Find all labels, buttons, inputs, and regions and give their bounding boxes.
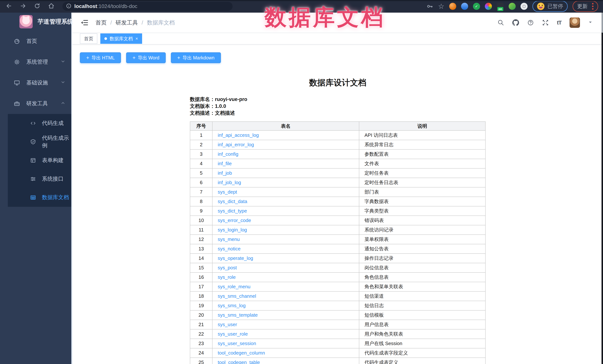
- table-name-link[interactable]: sys_sms_channel: [212, 291, 359, 301]
- extension-icon[interactable]: on: [497, 3, 504, 10]
- site-info-icon[interactable]: [66, 3, 72, 10]
- extension-icon[interactable]: [509, 3, 516, 10]
- row-index-cell: 21: [190, 320, 212, 329]
- reload-icon[interactable]: [34, 3, 40, 10]
- close-icon[interactable]: ×: [135, 36, 138, 41]
- table-row: 4inf_file文件表: [190, 159, 485, 168]
- chevron-down-icon[interactable]: [588, 20, 592, 25]
- breadcrumb-item[interactable]: 研发工具: [116, 19, 138, 27]
- browser-update-menu[interactable]: 更新: [573, 1, 598, 12]
- export-button[interactable]: +导出 Word: [126, 52, 166, 63]
- table-name-link[interactable]: inf_job: [212, 168, 359, 178]
- profile-paused-pill[interactable]: 已暂停: [533, 1, 568, 12]
- row-index-cell: 20: [190, 310, 212, 320]
- sidebar-item-infra[interactable]: 基础设施: [0, 72, 72, 93]
- sidebar-item-home[interactable]: 首页: [0, 31, 72, 52]
- table-name-link[interactable]: sys_notice: [212, 244, 359, 254]
- table-name-link[interactable]: sys_user_role: [212, 329, 359, 339]
- menu-item-label: 研发工具: [26, 100, 48, 107]
- extension-icon[interactable]: [485, 3, 492, 10]
- table-desc-cell: 用户和角色关联表: [359, 329, 485, 339]
- table-row: 11sys_login_log系统访问记录: [190, 225, 485, 235]
- table-name-link[interactable]: sys_sms_template: [212, 310, 359, 320]
- kebab-menu-icon[interactable]: [592, 3, 593, 10]
- row-index-cell: 17: [190, 282, 212, 291]
- fullscreen-icon[interactable]: [542, 19, 549, 26]
- user-avatar[interactable]: [569, 17, 580, 28]
- row-index-cell: 8: [190, 197, 212, 206]
- font-size-icon[interactable]: tT: [557, 20, 561, 26]
- table-row: 21sys_user用户信息表: [190, 320, 485, 329]
- table-name-link[interactable]: sys_role_menu: [212, 282, 359, 291]
- table-row: 20sys_sms_template短信模板: [190, 310, 485, 320]
- sidebar-item-form-builder[interactable]: 表单构建: [8, 151, 72, 170]
- table-row: 3inf_config参数配置表: [190, 149, 485, 159]
- table-name-link[interactable]: inf_file: [212, 159, 359, 168]
- table-name-link[interactable]: sys_role: [212, 273, 359, 282]
- table-row: 23sys_user_session用户在线 Session: [190, 339, 485, 348]
- table-name-link[interactable]: inf_api_access_log: [212, 131, 359, 140]
- back-icon[interactable]: [6, 3, 12, 10]
- help-icon[interactable]: [527, 19, 534, 26]
- table-desc-cell: 系统访问记录: [359, 225, 485, 235]
- export-button[interactable]: +导出 Markdown: [171, 52, 221, 63]
- sidebar-item-codegen-demo[interactable]: 代码生成示例: [8, 132, 72, 151]
- sidebar-fold-icon[interactable]: [81, 19, 88, 26]
- menu-item-label: 表单构建: [42, 157, 64, 164]
- search-icon[interactable]: [498, 19, 504, 26]
- table-name-link[interactable]: sys_menu: [212, 235, 359, 244]
- table-desc-cell: 用户信息表: [359, 320, 485, 329]
- breadcrumb-item[interactable]: 首页: [95, 19, 107, 27]
- table-name-link[interactable]: sys_post: [212, 263, 359, 273]
- table-name-link[interactable]: sys_dict_type: [212, 206, 359, 216]
- tab-首页[interactable]: 首页: [80, 33, 97, 44]
- sidebar-item-api-doc[interactable]: 系统接口: [8, 170, 72, 188]
- table-name-link[interactable]: inf_api_error_log: [212, 140, 359, 149]
- profile-avatar-icon: [537, 3, 545, 10]
- app-title: 芋道管理系统: [37, 18, 73, 26]
- table-name-link[interactable]: sys_user: [212, 320, 359, 329]
- address-bar[interactable]: localhost:1024/tool/db-doc: [62, 2, 232, 11]
- header-tools: tT: [498, 17, 592, 28]
- table-name-link[interactable]: sys_login_log: [212, 225, 359, 235]
- table-desc-cell: 短信渠道: [359, 291, 485, 301]
- table-name-link[interactable]: tool_codegen_column: [212, 348, 359, 358]
- table-name-link[interactable]: sys_operate_log: [212, 254, 359, 263]
- table-row: 19sys_sms_log短信日志: [190, 301, 485, 310]
- doc-info-line: 数据库名：ruoyi-vue-pro: [190, 96, 486, 103]
- tab-数据库文档[interactable]: 数据库文档×: [100, 33, 142, 44]
- extension-icon[interactable]: [461, 3, 468, 10]
- export-button-row: +导出 HTML+导出 Word+导出 Markdown: [72, 52, 603, 63]
- table-name-link[interactable]: inf_config: [212, 149, 359, 159]
- table-name-link[interactable]: inf_job_log: [212, 178, 359, 187]
- bookmark-star-icon[interactable]: ☆: [438, 3, 444, 10]
- sidebar-item-codegen[interactable]: 代码生成: [8, 114, 72, 132]
- forward-icon[interactable]: [20, 3, 26, 10]
- table-name-link[interactable]: sys_sms_log: [212, 301, 359, 310]
- table-name-link[interactable]: sys_dept: [212, 187, 359, 197]
- row-index-cell: 10: [190, 216, 212, 225]
- sidebar-item-system[interactable]: 系统管理: [0, 52, 72, 72]
- table-name-link[interactable]: tool_codegen_table: [212, 358, 359, 364]
- home-icon[interactable]: [48, 3, 55, 10]
- table-name-link[interactable]: sys_dict_data: [212, 197, 359, 206]
- table-name-link[interactable]: sys_user_session: [212, 339, 359, 348]
- scrollbar-thumb[interactable]: [602, 13, 603, 33]
- app-logo-row[interactable]: 芋道管理系统: [0, 13, 72, 31]
- password-key-icon[interactable]: [427, 3, 433, 10]
- extension-icon[interactable]: ✓: [473, 3, 480, 10]
- shield-check-icon: [30, 139, 36, 145]
- row-index-cell: 3: [190, 149, 212, 159]
- extensions-puzzle-icon[interactable]: ⬡: [521, 3, 528, 10]
- export-button[interactable]: +导出 HTML: [80, 52, 121, 63]
- table-row: 7sys_dept部门表: [190, 187, 485, 197]
- doc-info-value: 文档描述: [215, 110, 235, 116]
- extension-icon[interactable]: [449, 3, 456, 10]
- table-row: 1inf_api_access_logAPI 访问日志表: [190, 131, 485, 140]
- table-row: 5inf_job定时任务表: [190, 168, 485, 178]
- sidebar-item-dev-tools[interactable]: 研发工具: [0, 93, 72, 114]
- github-icon[interactable]: [512, 19, 519, 26]
- table-name-link[interactable]: sys_error_code: [212, 216, 359, 225]
- table-row: 10sys_error_code错误码表: [190, 216, 485, 225]
- sidebar-item-db-doc[interactable]: 数据库文档: [8, 188, 72, 207]
